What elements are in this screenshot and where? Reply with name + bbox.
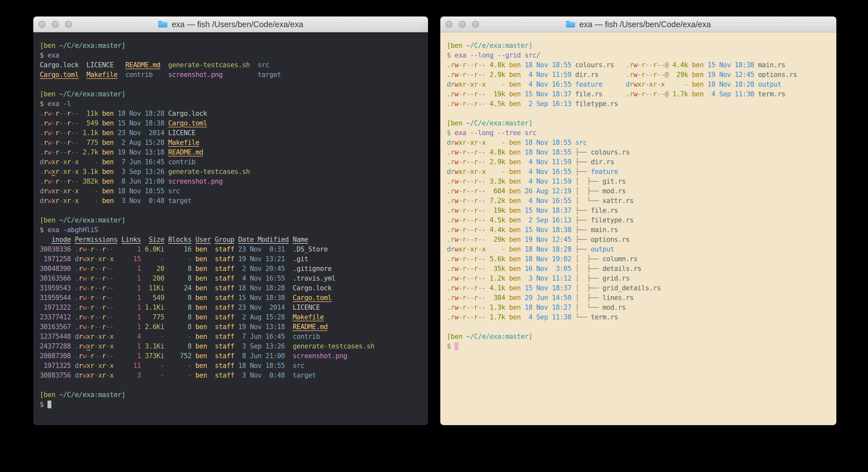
terminal-line: .rw-r--r-- 11k ben 18 Nov 18:28 Cargo.lo… [40,109,422,118]
terminal-line: Cargo.toml Makefile contrib screenshot.p… [40,70,422,80]
terminal-line [447,109,830,118]
terminal-line: $ [40,400,422,409]
cursor [48,401,51,408]
terminal-line: .rw-r--r-- 604 ben 26 Aug 12:19 │ ├── mo… [447,186,830,196]
traffic-lights [38,17,72,32]
terminal-line: Cargo.lock LICENCE README.md generate-te… [40,60,422,70]
terminal-line: drwxr-xr-x - ben 3 Nov 0:48 target [40,196,422,206]
close-button[interactable] [445,21,453,28]
terminal-line: .rw-r--r-- 35k ben 16 Nov 3:05 │ ├── det… [447,264,830,273]
terminal-line: [ben ~/C/e/exa:master] [447,118,830,128]
titlebar[interactable]: exa — fish /Users/ben/Code/exa/exa [440,17,836,32]
terminal-line: .rw-r--r-- 1.2k ben 3 Nov 11:12 │ ├── gr… [447,273,830,283]
terminal-line: .rw-r--r-- 29k ben 19 Nov 12:45 ├── opti… [447,235,830,244]
terminal-line: [ben ~/C/e/exa:master] [447,41,830,51]
terminal-line: .rw-r--r-- 19k ben 15 Nov 18:37 file.rs … [447,89,830,99]
terminal-line: 1971258 drwxr-xr-x 15 - - ben staff 19 N… [40,254,422,264]
terminal-line: .rw-r--r-- 2.9k ben 4 Nov 11:59 ├── dir.… [447,157,830,167]
terminal-window-left: exa — fish /Users/ben/Code/exa/exa [ben … [33,17,428,425]
terminal-line: .rw-r--r-- 4.8k ben 18 Nov 18:55 colours… [447,60,830,70]
terminal-line: [ben ~/C/e/exa:master] [447,332,830,342]
terminal-line: drwxr-xr-x - ben 4 Nov 16:55 ├── feature [447,167,830,177]
terminal-line: .rw-r--r-- 2.9k ben 4 Nov 11:59 dir.rs .… [447,70,830,80]
terminal-line [40,206,422,215]
terminal-line: 20087308 .rw-r--r-- 1 373Ki 752 ben staf… [40,351,422,361]
terminal-line: [ben ~/C/e/exa:master] [40,41,422,51]
window-title: exa — fish /Users/ben/Code/exa/exa [33,20,428,29]
terminal-line: $ exa -abghHliS [40,225,422,235]
zoom-button[interactable] [65,21,72,28]
window-title-text: exa — fish /Users/ben/Code/exa/exa [579,20,711,29]
terminal-line: .rwxr-xr-x 3.1k ben 3 Sep 13:26 generate… [40,167,422,177]
zoom-button[interactable] [472,21,479,28]
terminal-line: .rw-r--r-- 4.1k ben 15 Nov 18:37 │ ├── g… [447,283,830,293]
terminal-line: .rw-r--r-- 549 ben 15 Nov 18:38 Cargo.to… [40,118,422,128]
terminal-line: [ben ~/C/e/exa:master] [40,390,422,400]
terminal-line: .rw-r--r-- 2.7k ben 19 Nov 13:18 README.… [40,147,422,157]
terminal-line: [ben ~/C/e/exa:master] [40,215,422,225]
terminal-line: .rw-r--r-- 775 ben 2 Aug 15:28 Makefile [40,138,422,147]
terminal-line: .rw-r--r-- 1.3k ben 18 Nov 18:27 │ └── m… [447,303,830,312]
terminal-line: 30163567 .rw-r--r-- 1 2.6Ki 8 ben staff … [40,322,422,332]
terminal-screen-left[interactable]: [ben ~/C/e/exa:master]$ exaCargo.lock LI… [33,32,428,425]
terminal-line [447,322,830,332]
folder-icon [158,20,168,28]
titlebar[interactable]: exa — fish /Users/ben/Code/exa/exa [33,17,428,32]
terminal-line: 30083756 drwxr-xr-x 3 - - ben staff 3 No… [40,371,422,380]
cursor [455,342,458,350]
terminal-line: .rw-r--r-- 4.5k ben 2 Sep 16:13 filetype… [447,99,830,109]
terminal-line: .rw-r--r-- 384 ben 29 Jun 14:50 │ ├── li… [447,293,830,303]
window-title-text: exa — fish /Users/ben/Code/exa/exa [172,20,303,29]
terminal-line [40,80,422,89]
terminal-line: .rw-r--r-- 7.2k ben 4 Nov 16:55 │ └── xa… [447,196,830,206]
terminal-line: drwxr-xr-x - ben 4 Nov 16:55 feature drw… [447,80,830,89]
terminal-line: 30048390 .rw-r--r-- 1 20 8 ben staff 2 N… [40,264,422,273]
terminal-line: .rw-r--r-- 4.4k ben 15 Nov 18:38 ├── mai… [447,225,830,235]
terminal-line: $ exa [40,51,422,60]
terminal-line: 12375448 drwxr-xr-x 4 - - ben staff 7 Ju… [40,332,422,342]
terminal-line: 23377412 .rw-r--r-- 1 775 8 ben staff 2 … [40,312,422,322]
terminal-line: drwxr-xr-x - ben 7 Jun 16:45 contrib [40,157,422,167]
terminal-line: 1971322 .rw-r--r-- 1 1.1Ki 8 ben staff 2… [40,303,422,312]
terminal-line [40,380,422,390]
terminal-line: .rw-r--r-- 382k ben 8 Jun 21:00 screensh… [40,177,422,186]
terminal-line: $ [447,342,830,351]
terminal-line: 31959543 .rw-r--r-- 1 11Ki 24 ben staff … [40,283,422,293]
terminal-line: .rw-r--r-- 1.1k ben 23 Nov 2014 LICENCE [40,128,422,138]
terminal-line: 31959544 .rw-r--r-- 1 549 8 ben staff 15… [40,293,422,303]
terminal-line: .rw-r--r-- 4.8k ben 18 Nov 18:55 ├── col… [447,147,830,157]
traffic-lights [445,17,479,32]
folder-icon [566,20,575,28]
terminal-line: 1971325 drwxr-xr-x 11 - - ben staff 18 N… [40,361,422,371]
terminal-line: .rw-r--r-- 3.3k ben 4 Nov 11:59 │ ├── gi… [447,177,830,186]
terminal-line: drwxr-xr-x - ben 18 Nov 18:55 src [447,138,830,147]
minimize-button[interactable] [52,21,59,28]
terminal-line: .rw-r--r-- 1.7k ben 4 Sep 11:30 └── term… [447,312,830,322]
terminal-line: [ben ~/C/e/exa:master] [40,89,422,99]
terminal-line: .rw-r--r-- 19k ben 15 Nov 18:37 ├── file… [447,206,830,215]
terminal-window-right: exa — fish /Users/ben/Code/exa/exa [ben … [440,17,836,425]
terminal-line: 30163566 .rw-r--r-- 1 200 8 ben staff 4 … [40,273,422,283]
terminal-line: 30030336 .rw-r--r-- 1 6.0Ki 16 ben staff… [40,244,422,254]
minimize-button[interactable] [459,21,466,28]
close-button[interactable] [38,21,45,28]
desktop: { "window_title": "exa — fish /Users/ben… [0,0,868,472]
terminal-line: $ exa --long --grid src/ [447,51,830,60]
terminal-line: 24377288 .rwxr-xr-x 1 3.1Ki 8 ben staff … [40,342,422,351]
terminal-line: $ exa --long --tree src [447,128,830,138]
window-title: exa — fish /Users/ben/Code/exa/exa [440,20,836,29]
terminal-line: $ exa -l [40,99,422,109]
terminal-screen-right[interactable]: [ben ~/C/e/exa:master]$ exa --long --gri… [440,32,836,425]
terminal-line: drwxr-xr-x - ben 18 Nov 18:55 src [40,186,422,196]
terminal-line: inode Permissions Links Size Blocks User… [40,235,422,244]
terminal-line: drwxr-xr-x - ben 18 Nov 18:28 ├── output [447,244,830,254]
terminal-line: .rw-r--r-- 5.6k ben 18 Nov 19:02 │ ├── c… [447,254,830,264]
terminal-line: .rw-r--r-- 4.5k ben 2 Sep 16:13 ├── file… [447,215,830,225]
